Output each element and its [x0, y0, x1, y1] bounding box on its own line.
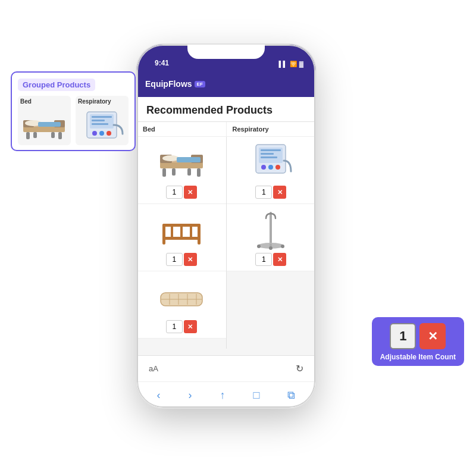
mattress-remove-icon: ✕ — [187, 323, 193, 331]
svg-point-47 — [268, 165, 273, 170]
callout-bed-label: Bed — [20, 98, 68, 105]
mattress-qty-input[interactable] — [166, 320, 183, 333]
svg-rect-25 — [187, 168, 191, 176]
bed-remove-icon: ✕ — [187, 189, 193, 196]
svg-rect-44 — [261, 153, 274, 155]
bed-product-icon — [158, 142, 205, 183]
mattress-remove-button[interactable]: ✕ — [184, 320, 197, 333]
status-icons: ▌▌ 🛜 ▓ — [279, 61, 303, 67]
svg-rect-49 — [270, 212, 272, 245]
bed-column: ✕ — [137, 137, 227, 349]
svg-rect-32 — [171, 224, 173, 240]
iv-product-controls: ✕ — [255, 253, 286, 266]
share-nav-icon[interactable]: ↑ — [220, 389, 226, 402]
bedrail-remove-icon: ✕ — [187, 256, 193, 264]
callout-respiratory-label: Respiratory — [78, 98, 126, 105]
svg-rect-5 — [58, 132, 62, 139]
respiratory-product-controls: ✕ — [255, 186, 286, 199]
svg-rect-22 — [162, 168, 166, 177]
respiratory-product-image — [247, 142, 295, 183]
bedrail-product-image — [158, 209, 205, 250]
text-size-control[interactable]: aA — [149, 364, 158, 373]
respiratory-column: ✕ — [227, 137, 316, 349]
svg-point-48 — [275, 165, 280, 170]
bedrail-remove-button[interactable]: ✕ — [184, 253, 197, 266]
mattress-product-controls: ✕ — [166, 320, 197, 333]
svg-point-16 — [99, 131, 104, 136]
respiratory-remove-icon: ✕ — [277, 189, 283, 196]
tabs-nav-icon[interactable]: ⧉ — [287, 389, 295, 402]
iv-remove-button[interactable]: ✕ — [273, 253, 286, 266]
products-grid: ✕ — [137, 137, 315, 349]
iv-stand-icon — [247, 209, 295, 250]
respiratory-qty-input[interactable] — [255, 186, 272, 199]
mattress-icon — [158, 276, 205, 318]
callout-respiratory-col: Respiratory — [76, 96, 129, 145]
grouped-products-callout: Grouped Products Bed — [11, 71, 136, 151]
bed-product-controls: ✕ — [166, 186, 197, 199]
iv-product-item: ✕ — [227, 204, 316, 271]
col-header-bed: Bed — [137, 122, 227, 136]
back-nav-icon[interactable]: ‹ — [157, 389, 161, 402]
forward-nav-icon[interactable]: › — [189, 389, 192, 402]
svg-rect-29 — [198, 224, 201, 245]
bedrail-product-item: ✕ — [137, 204, 226, 271]
svg-rect-45 — [261, 156, 277, 158]
callout-products-grid: Bed — [18, 96, 129, 145]
respiratory-product-icon — [247, 142, 295, 183]
item-count-callout: 1 ✕ Adjustable Item Count — [372, 317, 464, 366]
grouped-products-title: Grouped Products — [18, 79, 95, 91]
svg-point-52 — [257, 245, 261, 248]
bedrail-qty-input[interactable] — [166, 253, 183, 266]
svg-point-46 — [261, 165, 266, 170]
count-remove-box[interactable]: ✕ — [419, 323, 446, 349]
callout-bed-image — [20, 107, 68, 143]
svg-point-54 — [269, 246, 273, 250]
status-time: 9:41 — [149, 59, 169, 67]
column-headers: Bed Respiratory — [137, 122, 315, 137]
svg-point-17 — [107, 131, 111, 136]
bottom-toolbar: aA ↻ — [137, 356, 315, 382]
signal-icon: ▌▌ — [279, 61, 287, 67]
phone-shell: 9:41 ▌▌ 🛜 ▓ EquipFlows EF Recommended Pr… — [137, 45, 315, 408]
bed-product-item: ✕ — [137, 137, 226, 204]
bedrail-icon — [158, 209, 205, 250]
recommended-products-header: Recommended Products — [137, 97, 315, 122]
svg-rect-6 — [33, 132, 37, 138]
app-name: EquipFlows — [145, 79, 192, 89]
iv-product-image — [247, 209, 295, 250]
count-value-box[interactable]: 1 — [390, 323, 416, 349]
svg-rect-33 — [180, 224, 183, 240]
respiratory-product-item: ✕ — [227, 137, 316, 204]
wifi-icon: 🛜 — [290, 61, 297, 67]
mattress-product-item: ✕ — [137, 271, 226, 339]
callout-respiratory-image — [78, 107, 126, 143]
app-logo: EquipFlows EF — [145, 79, 205, 89]
item-count-label: Adjustable Item Count — [380, 353, 456, 361]
svg-rect-14 — [92, 123, 108, 125]
phone-notch — [187, 45, 265, 59]
bookmarks-nav-icon[interactable]: □ — [253, 389, 260, 402]
bedrail-product-controls: ✕ — [166, 253, 197, 266]
battery-icon: ▓ — [299, 61, 303, 67]
svg-rect-28 — [162, 224, 165, 245]
svg-point-26 — [162, 155, 179, 161]
iv-remove-icon: ✕ — [277, 256, 283, 264]
svg-rect-13 — [92, 120, 105, 121]
item-count-controls: 1 ✕ — [390, 323, 446, 349]
bed-remove-button[interactable]: ✕ — [184, 186, 197, 199]
iv-qty-input[interactable] — [255, 253, 272, 266]
mattress-product-image — [158, 276, 205, 318]
svg-point-53 — [281, 245, 284, 248]
reload-icon[interactable]: ↻ — [296, 363, 303, 374]
phone-content: Recommended Products Bed Respiratory — [137, 97, 315, 355]
bed-product-image — [158, 142, 205, 183]
svg-rect-34 — [190, 224, 192, 240]
callout-bed-col: Bed — [18, 96, 71, 145]
svg-rect-24 — [172, 168, 176, 176]
col-header-respiratory: Respiratory — [227, 122, 316, 136]
respiratory-remove-button[interactable]: ✕ — [273, 186, 286, 199]
svg-rect-12 — [92, 116, 112, 118]
bed-qty-input[interactable] — [166, 186, 183, 199]
svg-rect-23 — [197, 168, 201, 177]
